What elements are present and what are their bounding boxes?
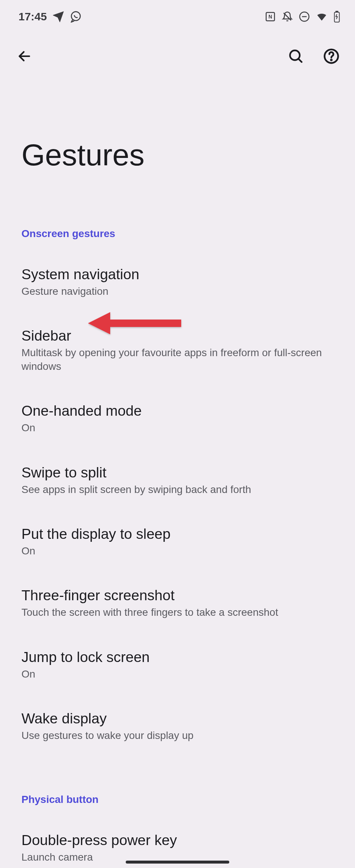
status-right: N xyxy=(265,11,340,23)
item-one-handed-mode[interactable]: One-handed mode On xyxy=(0,387,355,449)
section-header-physical: Physical button xyxy=(0,757,355,805)
item-title: One-handed mode xyxy=(21,403,334,419)
item-sub: Use gestures to wake your display up xyxy=(21,729,334,742)
help-button[interactable] xyxy=(322,47,340,65)
item-title: Three-finger screenshot xyxy=(21,587,334,604)
battery-charging-icon xyxy=(334,11,340,23)
item-sub: Touch the screen with three fingers to t… xyxy=(21,606,334,619)
item-sub: On xyxy=(21,668,334,681)
status-time: 17:45 xyxy=(18,10,47,23)
item-sub: Gesture navigation xyxy=(21,285,334,298)
svg-rect-7 xyxy=(336,11,338,12)
svg-line-10 xyxy=(298,59,302,62)
item-title: Wake display xyxy=(21,710,334,727)
item-sub: On xyxy=(21,544,334,558)
gesture-nav-bar[interactable] xyxy=(126,861,229,864)
search-button[interactable] xyxy=(287,47,305,65)
status-left: 17:45 xyxy=(18,10,82,23)
notifications-off-icon xyxy=(282,11,293,22)
item-system-navigation[interactable]: System navigation Gesture navigation xyxy=(0,240,355,312)
item-title: System navigation xyxy=(21,266,334,283)
header-actions xyxy=(287,47,340,65)
item-title: Jump to lock screen xyxy=(21,649,334,665)
whatsapp-icon xyxy=(70,11,82,23)
svg-text:N: N xyxy=(268,14,272,20)
item-sub: On xyxy=(21,421,334,435)
wifi-icon xyxy=(316,11,328,23)
item-jump-to-lock-screen[interactable]: Jump to lock screen On xyxy=(0,634,355,695)
telegram-icon xyxy=(53,11,64,22)
status-bar: 17:45 N xyxy=(0,0,355,30)
item-wake-display[interactable]: Wake display Use gestures to wake your d… xyxy=(0,695,355,756)
nfc-icon: N xyxy=(265,11,276,22)
item-put-display-to-sleep[interactable]: Put the display to sleep On xyxy=(0,510,355,572)
item-title: Put the display to sleep xyxy=(21,526,334,542)
item-sub: See apps in split screen by swiping back… xyxy=(21,483,334,496)
item-double-press-power[interactable]: Double-press power key Launch camera xyxy=(0,805,355,868)
item-three-finger-screenshot[interactable]: Three-finger screenshot Touch the screen… xyxy=(0,572,355,633)
svg-point-12 xyxy=(331,60,332,60)
header-bar xyxy=(0,30,355,71)
item-title: Sidebar xyxy=(21,328,334,344)
item-title: Swipe to split xyxy=(21,465,334,481)
page-title: Gestures xyxy=(0,71,355,172)
item-title: Double-press power key xyxy=(21,832,334,848)
section-header-onscreen: Onscreen gestures xyxy=(0,172,355,240)
do-not-disturb-icon xyxy=(299,11,310,22)
back-button[interactable] xyxy=(16,47,33,65)
svg-point-0 xyxy=(71,12,80,21)
item-sidebar[interactable]: Sidebar Multitask by opening your favour… xyxy=(0,312,355,387)
item-sub: Multitask by opening your favourite apps… xyxy=(21,346,334,373)
item-swipe-to-split[interactable]: Swipe to split See apps in split screen … xyxy=(0,449,355,510)
